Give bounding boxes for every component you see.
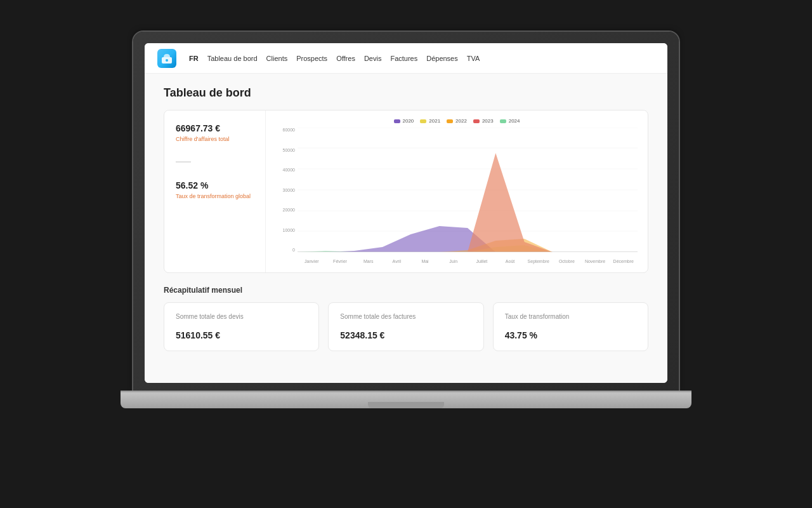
chart-area — [298, 128, 638, 252]
logo[interactable] — [157, 49, 176, 68]
x-label-may: Mai — [411, 259, 440, 264]
x-label-aug: Août — [496, 259, 525, 264]
conversion-label: Taux de transformation global — [176, 193, 254, 201]
nav-devis[interactable]: Devis — [364, 53, 382, 64]
stat-divider — [176, 161, 191, 163]
legend-label-2022: 2022 — [455, 118, 467, 124]
legend-2020: 2020 — [394, 118, 414, 124]
y-label-60000: 60000 — [283, 128, 298, 132]
area-2020 — [298, 226, 638, 252]
legend-label-2020: 2020 — [403, 118, 414, 124]
area-chart-svg — [298, 128, 638, 252]
x-label-jun: Juin — [439, 259, 468, 264]
card-devis-title: Somme totale des devis — [176, 313, 307, 320]
y-label-0: 0 — [292, 248, 298, 252]
screen-bezel: FR Tableau de bord Clients Prospects Off… — [133, 32, 679, 391]
legend-dot-2024 — [500, 119, 506, 123]
laptop-base — [121, 391, 691, 408]
monthly-section: Récapitulatif mensuel Somme totale des d… — [164, 286, 648, 351]
y-label-50000: 50000 — [283, 148, 298, 152]
nav-depenses[interactable]: Dépenses — [426, 53, 458, 64]
stats-panel: 66967.73 € Chiffre d'affaires total 56.5… — [164, 110, 266, 272]
nav-tva[interactable]: TVA — [467, 53, 480, 64]
nav-tableau-de-bord[interactable]: Tableau de bord — [207, 53, 258, 64]
section-title: Récapitulatif mensuel — [164, 286, 648, 295]
x-label-mar: Mars — [354, 259, 383, 264]
dashboard-panel: 66967.73 € Chiffre d'affaires total 56.5… — [164, 110, 648, 273]
nav-lang[interactable]: FR — [189, 53, 199, 64]
revenue-value: 66967.73 € — [176, 123, 254, 133]
chart-panel: 2020 2021 2022 — [266, 110, 648, 272]
revenue-stat: 66967.73 € Chiffre d'affaires total — [176, 123, 254, 144]
legend-2023: 2023 — [473, 118, 494, 124]
legend-label-2021: 2021 — [429, 118, 440, 124]
chart-legend: 2020 2021 2022 — [276, 118, 638, 124]
x-label-dec: Décembre — [609, 259, 638, 264]
nav-items: FR Tableau de bord Clients Prospects Off… — [189, 53, 480, 64]
laptop-container: FR Tableau de bord Clients Prospects Off… — [121, 32, 691, 476]
legend-2022: 2022 — [447, 118, 467, 124]
y-label-10000: 10000 — [283, 228, 298, 232]
x-label-sep: Septembre — [524, 259, 553, 264]
legend-dot-2023 — [473, 119, 480, 123]
navbar: FR Tableau de bord Clients Prospects Off… — [145, 43, 667, 74]
card-factures: Somme totale des factures 52348.15 € — [328, 302, 483, 351]
x-label-feb: Février — [326, 259, 355, 264]
card-transformation: Taux de transformation 43.75 % — [493, 302, 648, 351]
x-label-nov: Novembre — [581, 259, 610, 264]
y-label-40000: 40000 — [283, 168, 298, 172]
nav-factures[interactable]: Factures — [390, 53, 417, 64]
card-factures-value: 52348.15 € — [340, 330, 471, 340]
screen: FR Tableau de bord Clients Prospects Off… — [145, 43, 667, 383]
x-label-jul: Juillet — [468, 259, 496, 264]
legend-dot-2020 — [394, 119, 400, 123]
x-label-oct: Octobre — [553, 259, 581, 264]
legend-2024: 2024 — [500, 118, 520, 124]
y-label-30000: 30000 — [283, 188, 298, 192]
nav-prospects[interactable]: Prospects — [296, 53, 327, 64]
x-label-apr: Avril — [383, 259, 411, 264]
chart-xaxis: Janvier Février Mars Avril Mai Juin Juil… — [298, 255, 638, 267]
legend-label-2023: 2023 — [482, 118, 494, 124]
conversion-value: 56.52 % — [176, 180, 254, 190]
card-transformation-value: 43.75 % — [505, 330, 636, 340]
nav-offres[interactable]: Offres — [336, 53, 355, 64]
app: FR Tableau de bord Clients Prospects Off… — [145, 43, 667, 383]
page-title: Tableau de bord — [164, 86, 648, 100]
legend-label-2024: 2024 — [509, 118, 520, 124]
svg-point-1 — [166, 59, 168, 62]
card-factures-title: Somme totale des factures — [340, 313, 471, 320]
y-label-20000: 20000 — [283, 208, 298, 212]
conversion-stat: 56.52 % Taux de transformation global — [176, 180, 254, 201]
summary-cards-row: Somme totale des devis 51610.55 € Somme … — [164, 302, 648, 351]
legend-2021: 2021 — [420, 118, 440, 124]
x-label-jan: Janvier — [298, 259, 326, 264]
chart-container: 0 10000 20000 30000 40000 50000 60000 — [276, 128, 638, 267]
chart-yaxis: 0 10000 20000 30000 40000 50000 60000 — [276, 128, 298, 252]
revenue-label: Chiffre d'affaires total — [176, 136, 254, 144]
legend-dot-2022 — [447, 119, 453, 123]
card-devis: Somme totale des devis 51610.55 € — [164, 302, 319, 351]
card-devis-value: 51610.55 € — [176, 330, 307, 340]
legend-dot-2021 — [420, 119, 426, 123]
card-transformation-title: Taux de transformation — [505, 313, 636, 320]
nav-clients[interactable]: Clients — [266, 53, 288, 64]
main-content: Tableau de bord 66967.73 € Chiffre d'aff… — [145, 74, 667, 383]
